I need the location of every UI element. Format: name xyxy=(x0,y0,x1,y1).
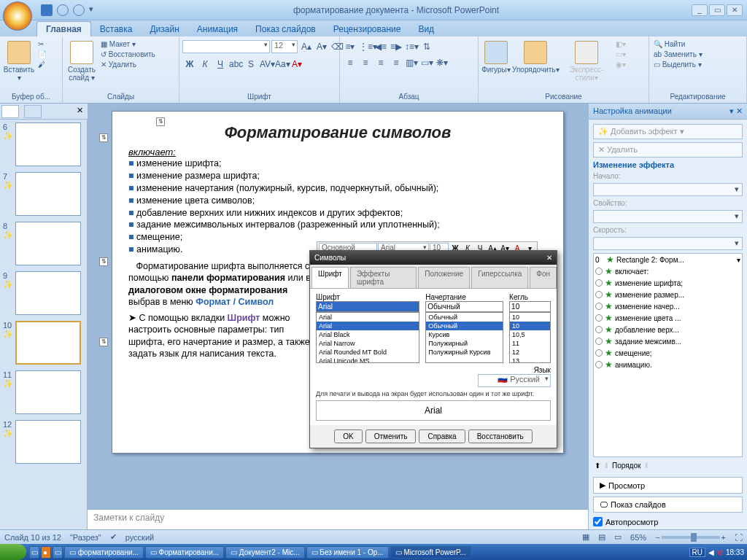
view-normal-icon[interactable]: ▦ xyxy=(582,532,589,542)
paste-button[interactable]: Вставить ▾ xyxy=(3,39,35,82)
list-item[interactable]: Arial Unicode MS xyxy=(317,357,419,363)
spell-check-icon[interactable]: ✔ xyxy=(110,532,117,542)
shape-effects-button[interactable]: ◉▾ xyxy=(614,60,627,69)
shrink-font-button[interactable]: A▾ xyxy=(314,39,329,54)
placeholder-marker[interactable]: ⇅ xyxy=(99,338,108,346)
fit-to-window-icon[interactable]: ⛶ xyxy=(735,533,743,542)
slides-tab-icon[interactable] xyxy=(1,105,19,118)
tab-slideshow[interactable]: Показ слайдов xyxy=(247,22,325,36)
align-right-button[interactable]: ≡ xyxy=(374,55,388,70)
find-button[interactable]: 🔍 Найти xyxy=(652,39,704,49)
move-down-icon[interactable]: ⬇ xyxy=(603,462,609,470)
close-thumbs-icon[interactable]: ✕ xyxy=(77,106,83,115)
start-button[interactable] xyxy=(0,544,26,560)
remove-effect-button[interactable]: ✕ Удалить xyxy=(593,142,743,158)
placeholder-marker[interactable]: ⇅ xyxy=(99,133,108,142)
char-spacing-button[interactable]: AV▾ xyxy=(259,57,274,71)
smartart-button[interactable]: ❋▾ xyxy=(435,55,449,70)
layout-button[interactable]: ▦ Макет ▾ xyxy=(99,39,157,49)
thumbnail-6[interactable]: 6✨ xyxy=(3,122,84,166)
align-center-button[interactable]: ≡ xyxy=(358,55,373,70)
font-size-combo[interactable]: 12 xyxy=(271,40,298,53)
zoom-slider[interactable]: −+ xyxy=(655,533,726,542)
add-effect-button[interactable]: ✨ Добавить эффект ▾ xyxy=(593,124,743,139)
property-combo[interactable] xyxy=(593,210,743,223)
list-item[interactable]: 10,5 xyxy=(510,330,550,339)
cancel-button[interactable]: Отменить xyxy=(365,429,417,443)
zoom-in-icon[interactable]: + xyxy=(721,533,726,542)
anim-item[interactable]: ★включает: xyxy=(594,265,742,277)
clock[interactable]: 18:33 xyxy=(726,548,744,556)
indent-inc-button[interactable]: ≡▶ xyxy=(389,39,403,54)
autopreview-check[interactable]: Автопросмотр xyxy=(589,514,747,529)
copy-button[interactable]: 📄 xyxy=(36,50,48,59)
start-combo[interactable] xyxy=(593,183,743,196)
restore-button[interactable]: Восстановить xyxy=(468,429,533,443)
thumbnail-8[interactable]: 8✨ xyxy=(3,222,84,265)
anim-item[interactable]: ★смещение; xyxy=(594,347,742,359)
delete-slide-button[interactable]: ✕ Удалить xyxy=(99,60,157,69)
move-up-icon[interactable]: ⬆ xyxy=(595,462,600,470)
office-button[interactable] xyxy=(3,1,32,31)
restore-ribbon-button[interactable]: ▭ xyxy=(709,4,725,16)
list-item[interactable]: Курсив xyxy=(426,330,503,339)
list-item[interactable]: Arial Rounded MT Bold xyxy=(317,348,419,357)
reorder-down-icon[interactable]: ⬇ xyxy=(643,462,649,470)
change-case-button[interactable]: Aa▾ xyxy=(274,57,289,71)
shape-fill-button[interactable]: ◧▾ xyxy=(614,39,627,49)
minimize-button[interactable]: _ xyxy=(692,4,708,16)
quick-styles-button[interactable]: Экспресс-стили▾ xyxy=(560,39,613,82)
autopreview-checkbox[interactable] xyxy=(593,517,603,526)
taskbar-item[interactable]: ▭ Документ2 - Mic... xyxy=(225,546,304,559)
dlg-tab-position[interactable]: Положение xyxy=(418,267,470,288)
arrange-button[interactable]: Упорядочить▾ xyxy=(512,39,559,74)
shapes-gallery[interactable]: Фигуры▾ xyxy=(481,39,511,74)
slide-canvas[interactable]: ⇅ ⇅ Форматирование символов включает: из… xyxy=(88,104,588,509)
animation-list[interactable]: 0★Rectangle 2: Форм...▾★включает:★измене… xyxy=(593,253,743,457)
anim-item[interactable]: ★изменение цвета ... xyxy=(594,312,742,324)
zoom-out-icon[interactable]: − xyxy=(655,533,659,542)
reset-button[interactable]: ↺ Восстановить xyxy=(99,50,157,59)
view-slideshow-icon[interactable]: ▭ xyxy=(614,532,622,542)
taskbar-item[interactable]: ▭ Форматировани... xyxy=(145,546,224,559)
help-button[interactable]: Справка xyxy=(419,429,465,443)
language-indicator[interactable]: RU xyxy=(689,548,705,557)
zoom-level[interactable]: 65% xyxy=(630,533,646,542)
anim-item[interactable]: ★анимацию. xyxy=(594,359,742,370)
placeholder-marker[interactable]: ⇅ xyxy=(156,117,165,126)
anim-item[interactable]: ★изменение шрифта; xyxy=(594,277,742,289)
close-button[interactable]: ✕ xyxy=(727,4,743,16)
columns-button[interactable]: ▥▾ xyxy=(404,55,419,70)
new-slide-button[interactable]: Создать слайд ▾ xyxy=(66,39,98,82)
tab-review[interactable]: Рецензирование xyxy=(325,22,410,36)
speed-combo[interactable] xyxy=(593,237,743,250)
taskbar-item[interactable]: ▭ Без имени 1 - Op... xyxy=(306,546,389,559)
language-status[interactable]: русский xyxy=(125,533,154,542)
list-item[interactable]: 10 xyxy=(510,322,550,330)
list-item[interactable]: Arial xyxy=(317,322,419,330)
anim-item[interactable]: ★задание межсимв... xyxy=(594,335,742,347)
justify-button[interactable]: ≡ xyxy=(389,55,403,70)
shadow-button[interactable]: S xyxy=(244,57,258,71)
notes-pane[interactable]: Заметки к слайду xyxy=(88,509,588,529)
list-item[interactable]: Arial Narrow xyxy=(317,339,419,348)
font-family-combo[interactable] xyxy=(182,40,270,53)
list-item[interactable]: Полужирный Курсив xyxy=(426,348,503,357)
dlg-tab-font[interactable]: Шрифт xyxy=(311,267,349,288)
format-painter-button[interactable]: 🖌 xyxy=(36,60,48,69)
qat-dropdown-icon[interactable]: ▾ xyxy=(89,4,101,16)
preview-button[interactable]: ▶ Просмотр xyxy=(593,477,743,494)
anim-pane-close-icon[interactable]: ▾ ✕ xyxy=(729,106,743,116)
dlg-tab-background[interactable]: Фон xyxy=(530,267,557,288)
style-listbox[interactable]: ОбычныйОбычныйКурсивПолужирныйПолужирный… xyxy=(425,312,503,363)
cut-button[interactable]: ✂ xyxy=(36,39,48,49)
undo-icon[interactable] xyxy=(57,4,69,16)
font-input[interactable]: Arial xyxy=(316,301,419,312)
list-item[interactable]: 11 xyxy=(510,339,550,348)
tray-icon[interactable]: ◀ xyxy=(708,548,714,556)
outline-tab-icon[interactable] xyxy=(24,105,42,118)
list-item[interactable]: 13 xyxy=(510,357,550,363)
thumbnail-12[interactable]: 12✨ xyxy=(3,420,84,464)
align-text-button[interactable]: ▭▾ xyxy=(419,55,434,70)
quicklaunch[interactable]: ▭ xyxy=(53,546,63,559)
